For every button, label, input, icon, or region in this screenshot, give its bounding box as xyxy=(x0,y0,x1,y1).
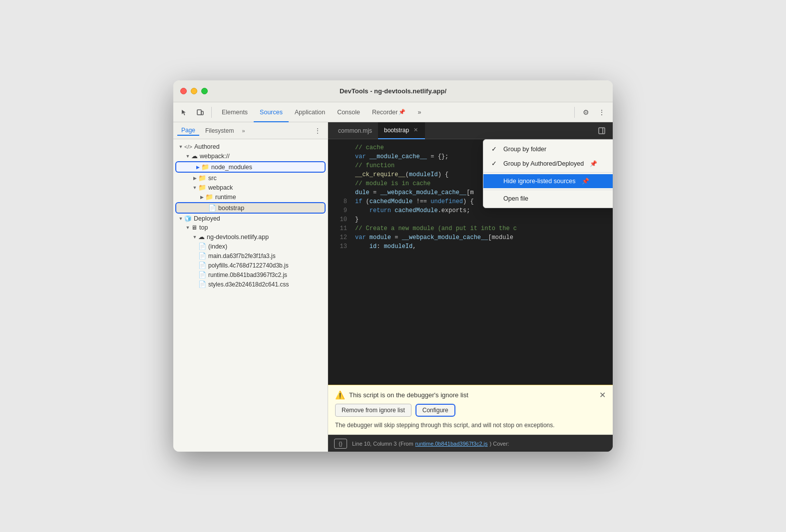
editor-tabs: common.mjs bootstrap ✕ xyxy=(328,122,613,139)
warning-icon: ⚠️ xyxy=(335,390,345,400)
source-label: (From xyxy=(398,441,413,447)
menu-group-authored[interactable]: ✓ Group by Authored/Deployed 📌 xyxy=(483,156,613,171)
tree-webpack-folder[interactable]: ▼ 📁 webpack xyxy=(173,183,328,192)
toolbar: Elements Sources Application Console Rec… xyxy=(173,102,613,122)
tree-src[interactable]: ▶ 📁 src xyxy=(173,173,328,183)
tree-polyfills-js[interactable]: 📄 polyfills.4c768d7122740d3b.js xyxy=(173,261,328,270)
code-line: 12 var module = __webpack_module_cache__… xyxy=(328,233,613,242)
format-icon[interactable]: {} xyxy=(334,439,347,449)
tree-webpack-root[interactable]: ▼ ☁ webpack:// xyxy=(173,151,328,161)
tree-ng-devtools[interactable]: ▼ ☁ ng-devtools.netlify.app xyxy=(173,232,328,242)
notification-description: The debugger will skip stepping through … xyxy=(335,421,606,430)
toolbar-right: ⚙ ⋮ xyxy=(579,105,609,119)
tab-recorder[interactable]: Recorder 📌 xyxy=(366,102,411,122)
tree-authored[interactable]: ▼ </> Authored xyxy=(173,142,328,151)
configure-button[interactable]: Configure xyxy=(415,404,455,417)
menu-separator xyxy=(483,172,613,173)
minimize-button[interactable] xyxy=(191,88,197,94)
tree-runtime-js[interactable]: 📄 runtime.0b841bad3967f3c2.js xyxy=(173,270,328,279)
code-line: 10 } xyxy=(328,215,613,224)
device-toggle-icon[interactable] xyxy=(193,105,207,119)
notification-buttons: Remove from ignore list Configure xyxy=(335,404,606,417)
tab-console[interactable]: Console xyxy=(331,102,366,122)
titlebar: DevTools - ng-devtools.netlify.app/ xyxy=(173,80,613,102)
tab-panel-more[interactable]: » xyxy=(240,127,247,135)
tab-page[interactable]: Page xyxy=(177,126,199,136)
right-panel: common.mjs bootstrap ✕ xyxy=(328,122,613,452)
maximize-button[interactable] xyxy=(201,88,208,94)
menu-group-folder[interactable]: ✓ Group by folder xyxy=(483,142,613,156)
notification-header: ⚠️ This script is on the debugger's igno… xyxy=(335,390,606,400)
notification-bar: ⚠️ This script is on the debugger's igno… xyxy=(328,385,613,435)
traffic-lights xyxy=(180,88,208,94)
tab-more[interactable]: » xyxy=(411,102,427,122)
tree-node-modules[interactable]: ▶ 📁 node_modules xyxy=(175,161,326,173)
tree-runtime[interactable]: ▶ 📁 runtime xyxy=(173,192,328,202)
editor-tab-common[interactable]: common.mjs xyxy=(332,122,378,139)
menu-hide-ignore[interactable]: Hide ignore-listed sources 📌 xyxy=(483,174,613,188)
toolbar-divider-2 xyxy=(574,107,575,118)
more-options-icon[interactable]: ⋮ xyxy=(595,105,609,119)
menu-separator-2 xyxy=(483,190,613,190)
svg-rect-0 xyxy=(197,110,201,115)
tab-sources[interactable]: Sources xyxy=(254,102,289,122)
main-tabs: Elements Sources Application Console Rec… xyxy=(216,102,570,122)
context-menu: ✓ Group by folder ✓ Group by Authored/De… xyxy=(483,139,613,208)
tree-top[interactable]: ▼ 🖥 top xyxy=(173,223,328,232)
notification-title: This script is on the debugger's ignore … xyxy=(349,391,468,399)
cursor-tool-icon[interactable] xyxy=(177,105,191,119)
remove-from-ignore-button[interactable]: Remove from ignore list xyxy=(335,404,411,417)
close-tab-icon[interactable]: ✕ xyxy=(412,127,419,134)
main-area: Page Filesystem » ⋮ ▼ </> Authored xyxy=(173,122,613,452)
svg-rect-1 xyxy=(201,111,203,115)
devtools-window: DevTools - ng-devtools.netlify.app/ Elem… xyxy=(173,80,613,452)
tab-elements[interactable]: Elements xyxy=(216,102,254,122)
toolbar-divider-1 xyxy=(211,107,212,118)
tab-filesystem[interactable]: Filesystem xyxy=(201,126,238,135)
tree-deployed[interactable]: ▼ 🧊 Deployed xyxy=(173,214,328,223)
tree-index[interactable]: 📄 (index) xyxy=(173,242,328,251)
svg-rect-2 xyxy=(599,128,605,134)
code-line: 11 // Create a new module (and put it in… xyxy=(328,224,613,233)
panel-options-icon[interactable]: ⋮ xyxy=(312,125,324,137)
tab-application[interactable]: Application xyxy=(289,102,331,122)
cursor-position: Line 10, Column 3 xyxy=(352,441,396,447)
code-line: 13 id: moduleId, xyxy=(328,242,613,251)
status-bar: {} Line 10, Column 3 (From runtime.0b841… xyxy=(328,435,613,452)
tree-bootstrap[interactable]: 📄 bootstrap xyxy=(175,202,326,214)
close-button[interactable] xyxy=(180,88,187,94)
tree-styles-css[interactable]: 📄 styles.d3e2b24618d2c641.css xyxy=(173,279,328,289)
notification-close-icon[interactable]: ✕ xyxy=(599,391,606,399)
left-panel: Page Filesystem » ⋮ ▼ </> Authored xyxy=(173,122,328,452)
coverage-label: ) Cover: xyxy=(490,441,509,447)
source-file-link[interactable]: runtime.0b841bad3967f3c2.js xyxy=(415,441,488,447)
settings-icon[interactable]: ⚙ xyxy=(579,105,593,119)
window-title: DevTools - ng-devtools.netlify.app/ xyxy=(340,87,446,95)
panel-tabs: Page Filesystem » ⋮ xyxy=(173,122,328,139)
menu-open-file[interactable]: Open file ⌘ P xyxy=(483,192,613,206)
tree-main-js[interactable]: 📄 main.da63f7b2fe3f1fa3.js xyxy=(173,251,328,261)
collapse-panel-icon[interactable] xyxy=(595,124,609,138)
file-tree: ▼ </> Authored ▼ ☁ webpack:// ▶ 📁 node_m… xyxy=(173,139,328,452)
editor-tab-bootstrap[interactable]: bootstrap ✕ xyxy=(378,122,425,139)
